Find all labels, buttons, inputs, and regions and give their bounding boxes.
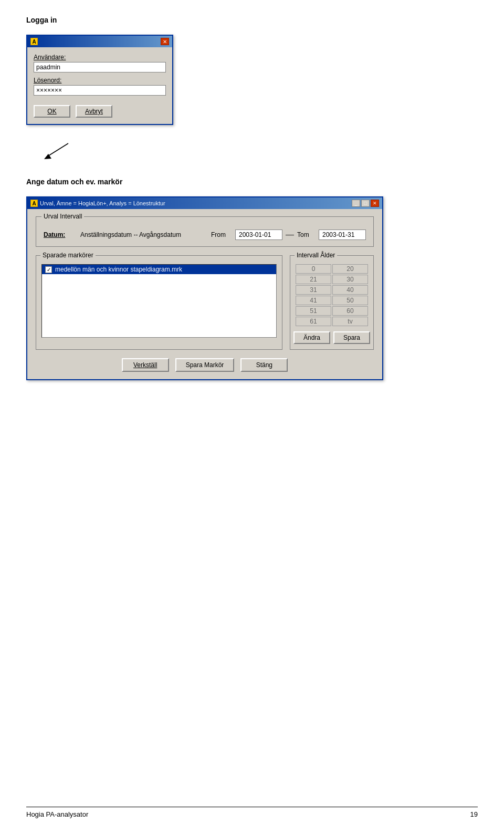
datum-desc: Anställningsdatum -- Avgångsdatum [80, 231, 211, 238]
marker-checkbox[interactable]: ✓ [45, 266, 52, 273]
ok-button[interactable]: OK [34, 105, 70, 118]
marker-list-area[interactable]: ✓ medellön män och kvinnor stapeldiagram… [41, 264, 277, 338]
arrow-annotation [37, 141, 478, 162]
datum-label: Datum: [44, 231, 75, 238]
urval-interval-group: Urval Intervall Datum: Anställningsdatum… [36, 216, 374, 247]
urval-interval-title: Urval Intervall [41, 213, 84, 220]
login-titlebar: A ✕ [27, 36, 172, 47]
footer-right: 19 [470, 810, 478, 818]
age-cell-4-to: 60 [332, 306, 368, 316]
from-to-section: From — Tom [211, 230, 366, 240]
from-date-input[interactable] [235, 230, 282, 240]
main-dialog-app-icon: A [30, 200, 38, 207]
age-buttons: Ändra Spara [296, 331, 368, 344]
markers-group-title: Sparade markörer [40, 252, 96, 259]
verkstall-button[interactable]: Verkställ [122, 358, 169, 372]
stang-button[interactable]: Stäng [240, 358, 288, 372]
main-titlebar-buttons: _ □ ✕ [352, 200, 379, 207]
spara-age-button[interactable]: Spara [333, 331, 370, 344]
tom-date-input[interactable] [319, 230, 366, 240]
age-cell-3-from: 41 [296, 296, 331, 305]
footer-left: Hogia PA-analysator [26, 810, 88, 818]
svg-line-0 [47, 143, 68, 157]
age-cell-0-to: 20 [332, 264, 368, 274]
age-cell-5-to: tv [332, 317, 368, 326]
age-cell-0-from: 0 [296, 264, 331, 274]
age-cell-2-to: 40 [332, 285, 368, 295]
dialog-app-icon: A [30, 38, 38, 45]
password-input[interactable] [34, 85, 166, 96]
urval-row: Datum: Anställningsdatum -- Avgångsdatum… [44, 230, 366, 240]
main-close-button[interactable]: ✕ [371, 200, 379, 207]
age-cell-2-from: 31 [296, 285, 331, 295]
age-cell-4-from: 51 [296, 306, 331, 316]
from-label: From [211, 231, 232, 238]
main-dialog: A Urval, Ämne = HogiaLön+, Analys = Löne… [26, 196, 383, 380]
user-label: Användare: [34, 54, 166, 61]
main-dialog-body: Urval Intervall Datum: Anställningsdatum… [27, 209, 382, 379]
username-input[interactable] [34, 62, 166, 72]
minimize-button[interactable]: _ [352, 200, 360, 207]
bottom-section: Sparade markörer ✓ medellön män och kvin… [36, 255, 374, 350]
main-dialog-titlebar: A Urval, Ämne = HogiaLön+, Analys = Löne… [27, 197, 382, 209]
date-separator: — [286, 230, 294, 239]
tom-label: Tom [297, 231, 316, 238]
andra-button[interactable]: Ändra [293, 331, 330, 344]
login-close-button[interactable]: ✕ [161, 38, 169, 45]
spara-markor-button[interactable]: Spara Markör [175, 358, 235, 372]
age-cell-5-from: 61 [296, 317, 331, 326]
age-grid: 0 20 21 30 31 40 41 50 51 60 [296, 264, 368, 326]
page-footer: Hogia PA-analysator 19 [26, 807, 478, 818]
footer-buttons: Verkställ Spara Markör Stäng [36, 358, 374, 372]
cancel-button[interactable]: Avbryt [76, 105, 112, 118]
marker-item-label: medellön män och kvinnor stapeldiagram.m… [55, 266, 182, 273]
age-interval-group: Intervall Ålder 0 20 21 30 31 40 41 50 [290, 255, 374, 350]
age-group-title: Intervall Ålder [295, 252, 337, 259]
main-dialog-title: Urval, Ämne = HogiaLön+, Analys = Lönest… [40, 200, 165, 206]
arrow-svg [37, 141, 79, 162]
age-cell-1-from: 21 [296, 275, 331, 284]
section1-heading: Logga in [26, 16, 478, 24]
markers-group: Sparade markörer ✓ medellön män och kvin… [36, 255, 282, 350]
age-cell-3-to: 50 [332, 296, 368, 305]
password-label: Lösenord: [34, 77, 166, 84]
maximize-button[interactable]: □ [361, 200, 370, 207]
urval-inner: Anställningsdatum -- Avgångsdatum From —… [75, 230, 366, 240]
login-dialog: A ✕ Användare: Lösenord: OK Avbryt [26, 35, 173, 125]
login-buttons: OK Avbryt [34, 105, 166, 118]
section2-heading: Ange datum och ev. markör [26, 178, 478, 186]
login-body: Användare: Lösenord: OK Avbryt [27, 47, 172, 124]
marker-item[interactable]: ✓ medellön män och kvinnor stapeldiagram… [42, 265, 276, 274]
age-cell-1-to: 30 [332, 275, 368, 284]
